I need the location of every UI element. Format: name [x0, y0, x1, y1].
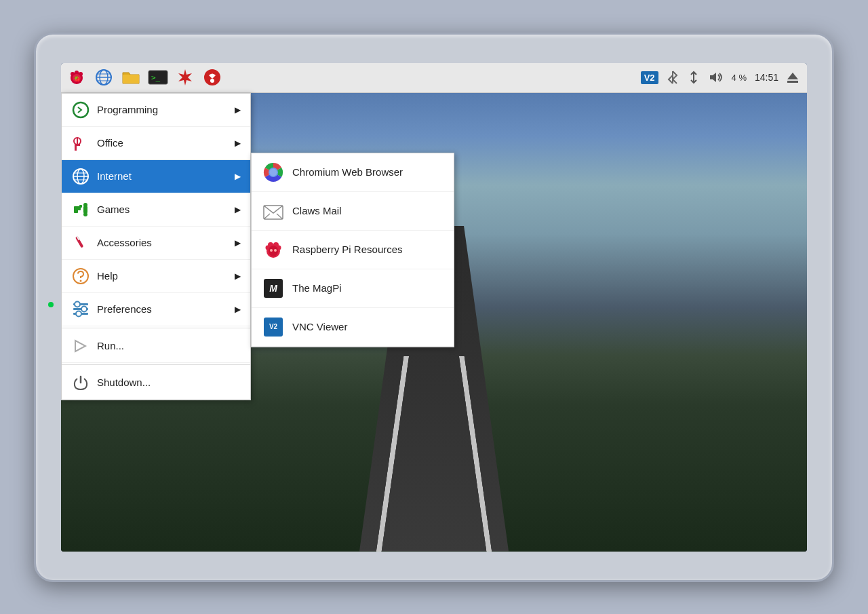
submenu-item-chromium[interactable]: Chromium Web Browser [252, 153, 454, 192]
games-arrow: ▶ [235, 205, 241, 214]
menu-item-run[interactable]: Run... [62, 330, 250, 363]
application-menu: Programming ▶ Office ▶ [61, 93, 251, 400]
bluetooth-svg [667, 70, 679, 85]
svg-point-46 [76, 311, 81, 316]
preferences-label: Preferences [97, 303, 152, 315]
svg-rect-37 [75, 235, 83, 248]
raspberry-menu-button[interactable]: 🍓 [64, 64, 90, 90]
system-tray: V2 [638, 69, 807, 86]
menu-item-games[interactable]: Games ▶ [62, 193, 250, 227]
folder-icon [122, 70, 140, 85]
help-icon [71, 267, 90, 286]
internet-icon [71, 167, 90, 186]
taskbar: 🍓 [61, 63, 807, 93]
submenu-item-vnc[interactable]: V2 VNC Viewer [252, 308, 454, 347]
svg-text:>_: >_ [151, 73, 161, 82]
volume-icon[interactable] [706, 69, 726, 86]
svg-point-36 [83, 212, 87, 216]
svg-marker-14 [178, 69, 192, 85]
svg-rect-11 [123, 75, 139, 83]
games-icon [71, 200, 90, 219]
menu-item-internet[interactable]: Internet ▶ [62, 160, 250, 193]
globe-icon [95, 69, 113, 86]
run-icon [71, 337, 90, 356]
raspi-resources-label: Raspberry Pi Resources [292, 244, 403, 255]
browser-button[interactable] [91, 64, 117, 90]
svg-point-60 [270, 249, 273, 252]
menu-item-preferences[interactable]: Preferences ▶ [62, 293, 250, 326]
eject-button[interactable] [784, 70, 802, 85]
submenu-item-claws[interactable]: Claws Mail [252, 192, 454, 231]
menu-separator-1 [62, 328, 250, 328]
magpi-label: The MagPi [292, 282, 342, 294]
network-svg [687, 70, 701, 85]
submenu-item-magpi[interactable]: M The MagPi [252, 269, 454, 308]
office-icon [71, 134, 90, 153]
vnc-badge: V2 [641, 71, 658, 84]
terminal-icon: >_ [148, 70, 168, 85]
help-label: Help [97, 270, 118, 282]
menu-item-office[interactable]: Office ▶ [62, 127, 250, 160]
claws-icon [262, 200, 284, 222]
file-manager-button[interactable] [118, 64, 144, 90]
chromium-icon [262, 161, 284, 183]
svg-rect-34 [83, 206, 87, 213]
magpi-icon: M [262, 277, 284, 299]
preferences-icon [71, 300, 90, 319]
raspi-resources-icon [262, 239, 284, 261]
claws-label: Claws Mail [292, 205, 342, 216]
app-button[interactable] [199, 64, 225, 90]
menu-item-shutdown[interactable]: Shutdown... [62, 366, 250, 400]
menu-item-accessories[interactable]: Accessories ▶ [62, 227, 250, 260]
shutdown-icon [71, 373, 90, 392]
app-icon [203, 69, 221, 86]
programming-arrow: ▶ [235, 105, 241, 115]
menu-item-help[interactable]: Help ▶ [62, 260, 250, 293]
office-label: Office [97, 137, 123, 149]
svg-rect-19 [787, 81, 798, 83]
taskbar-left: 🍓 [61, 64, 225, 90]
accessories-label: Accessories [97, 237, 152, 248]
bluetooth-icon[interactable] [664, 69, 682, 86]
screen: 🍓 [61, 63, 807, 552]
svg-point-61 [274, 249, 277, 252]
burst-icon [176, 69, 194, 86]
network-icon[interactable] [684, 69, 703, 86]
device-led [48, 302, 54, 307]
svg-point-40 [80, 280, 82, 282]
clock-display: 14:51 [752, 71, 781, 84]
svg-text:🍓: 🍓 [74, 75, 81, 82]
internet-label: Internet [97, 170, 132, 182]
submenu-item-raspi[interactable]: Raspberry Pi Resources [252, 231, 454, 269]
help-arrow: ▶ [235, 271, 241, 281]
accessories-icon [71, 233, 90, 252]
chromium-label: Chromium Web Browser [292, 166, 403, 178]
svg-point-50 [270, 168, 277, 176]
preferences-arrow: ▶ [235, 305, 241, 314]
games-label: Games [97, 204, 130, 215]
menu-separator-2 [62, 364, 250, 365]
battery-indicator: 4 % [729, 71, 749, 84]
vnc-viewer-label: VNC Viewer [292, 321, 347, 332]
svg-marker-18 [787, 73, 798, 79]
accessories-arrow: ▶ [235, 238, 241, 248]
svg-rect-33 [79, 205, 82, 208]
burst-button[interactable] [172, 64, 198, 90]
svg-marker-17 [710, 73, 716, 82]
device-frame: 🍓 [34, 33, 834, 582]
internet-submenu: Chromium Web Browser Claws Mail [251, 153, 454, 347]
internet-arrow: ▶ [235, 172, 241, 181]
menu-item-programming[interactable]: Programming ▶ [62, 94, 250, 127]
run-label: Run... [97, 340, 124, 351]
terminal-button[interactable]: >_ [145, 64, 171, 90]
vnc-viewer-icon: V2 [262, 316, 284, 338]
main-menu: Programming ▶ Office ▶ [61, 93, 251, 400]
programming-icon [71, 100, 90, 119]
shutdown-label: Shutdown... [97, 377, 151, 388]
svg-point-35 [83, 203, 87, 207]
programming-label: Programming [97, 104, 158, 115]
volume-svg [709, 70, 724, 85]
office-arrow: ▶ [235, 138, 241, 148]
svg-point-45 [81, 306, 87, 311]
vnc-tray-icon[interactable]: V2 [638, 70, 661, 85]
